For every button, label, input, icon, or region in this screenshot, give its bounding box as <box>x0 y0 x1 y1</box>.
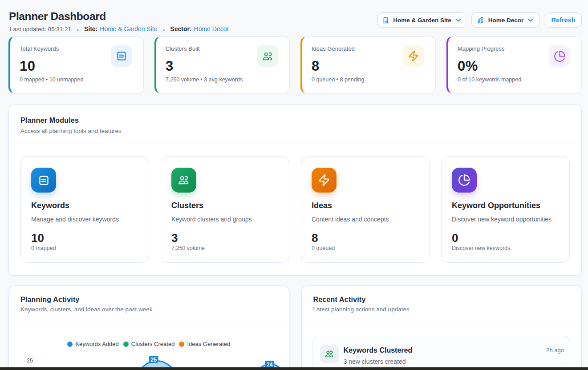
svg-text:24: 24 <box>267 362 273 368</box>
svg-text:25: 25 <box>151 357 157 363</box>
